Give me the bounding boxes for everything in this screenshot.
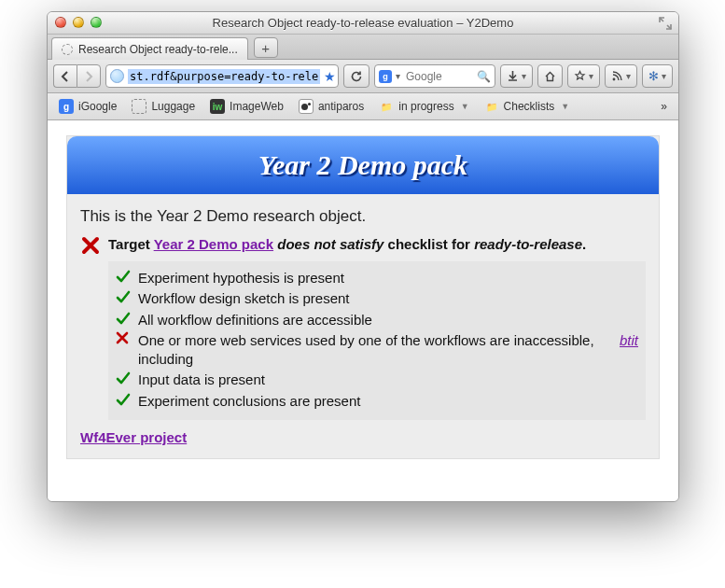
bookmark-igoogle[interactable]: g iGoogle <box>53 97 122 116</box>
forward-button[interactable] <box>77 64 101 88</box>
svg-point-0 <box>613 78 616 81</box>
bookmark-folder-checklists[interactable]: 📁 Checklists ▼ <box>479 97 576 116</box>
ro-description: This is the Year 2 Demo research object. <box>80 207 646 226</box>
bookmark-antiparos[interactable]: antiparos <box>293 97 369 116</box>
check-item: All workflow definitions are accessible <box>116 311 638 329</box>
pass-check-icon <box>116 371 131 385</box>
result-panel: Year 2 Demo pack This is the Year 2 Demo… <box>66 135 660 459</box>
check-text: Workflow design sketch is present <box>138 289 350 308</box>
folder-icon: 📁 <box>379 99 394 114</box>
checklist: Experiment hypothesis is presentWorkflow… <box>108 261 646 420</box>
fail-x-icon <box>80 235 101 256</box>
bookmark-luggage[interactable]: Luggage <box>126 97 201 116</box>
search-engine-dropdown[interactable]: ▾ <box>396 71 400 81</box>
bookmarks-menu-button[interactable]: ▾ <box>567 64 600 88</box>
downloads-button[interactable]: ▾ <box>500 64 533 88</box>
generic-favicon-icon <box>132 99 146 114</box>
antiparos-favicon-icon <box>299 99 314 114</box>
project-link[interactable]: Wf4Ever project <box>80 429 187 445</box>
banner-title: Year 2 Demo pack <box>258 149 467 181</box>
overall-result: Target Year 2 Demo pack does not satisfy… <box>80 235 646 256</box>
window-titlebar: Research Object ready-to-release evaluat… <box>48 12 678 35</box>
search-box[interactable]: g ▾ 🔍 <box>374 64 495 88</box>
check-item: Experiment hypothesis is present <box>116 269 638 287</box>
banner: Year 2 Demo pack <box>67 136 659 194</box>
check-text: Input data is present <box>138 371 265 389</box>
loading-spinner-icon <box>62 44 73 55</box>
check-item: Workflow design sketch is present <box>116 289 638 308</box>
check-text: One or more web services used by one of … <box>138 331 612 370</box>
site-identity-icon[interactable] <box>110 69 124 83</box>
check-item: One or more web services used by one of … <box>116 331 638 370</box>
active-tab[interactable]: Research Object ready-to-rele... <box>51 37 248 60</box>
pass-check-icon <box>116 269 131 284</box>
check-text: Experiment hypothesis is present <box>138 269 344 287</box>
back-button[interactable] <box>53 64 77 88</box>
url-field[interactable]: st.rdf&purpose=ready-to-rele ★ ▾ <box>105 64 339 88</box>
pass-check-icon <box>116 311 131 326</box>
plus-icon: + <box>261 40 270 56</box>
minimize-window-button[interactable] <box>73 17 84 28</box>
url-text: st.rdf&purpose=ready-to-rele <box>128 69 320 84</box>
google-favicon-icon: g <box>59 99 74 114</box>
search-input[interactable] <box>404 69 473 84</box>
chevron-down-icon: ▼ <box>561 102 569 111</box>
extensions-button[interactable]: ✻ ▾ <box>642 64 673 88</box>
check-text: Experiment conclusions are present <box>138 392 360 411</box>
bookmark-star-icon[interactable]: ★ <box>324 69 336 84</box>
window-title: Research Object ready-to-release evaluat… <box>48 16 678 30</box>
feeds-button[interactable]: ▾ <box>605 64 637 88</box>
check-detail-link[interactable]: btit <box>620 331 638 350</box>
bookmarks-overflow-button[interactable]: » <box>655 98 673 115</box>
overflow-icon: » <box>661 100 667 113</box>
tab-strip: Research Object ready-to-rele... + <box>48 35 678 60</box>
zoom-window-button[interactable] <box>91 17 102 28</box>
browser-window: Research Object ready-to-release evaluat… <box>47 11 679 502</box>
check-item: Input data is present <box>116 371 638 389</box>
fail-x-icon <box>116 331 131 344</box>
folder-icon: 📁 <box>484 99 499 114</box>
reload-button[interactable] <box>343 64 369 88</box>
search-submit-icon[interactable]: 🔍 <box>477 70 491 83</box>
fullscreen-button[interactable] <box>659 17 672 30</box>
bookmark-folder-in-progress[interactable]: 📁 in progress ▼ <box>373 97 474 116</box>
search-engine-icon[interactable]: g <box>379 70 392 83</box>
pass-check-icon <box>116 392 131 407</box>
check-text: All workflow definitions are accessible <box>138 311 372 329</box>
bookmarks-bar: g iGoogle Luggage iw ImageWeb antiparos … <box>48 93 678 120</box>
home-button[interactable] <box>537 64 563 88</box>
tab-title: Research Object ready-to-rele... <box>78 43 238 56</box>
close-window-button[interactable] <box>55 17 66 28</box>
bookmark-imageweb[interactable]: iw ImageWeb <box>204 97 289 116</box>
target-ro-link[interactable]: Year 2 Demo pack <box>154 236 273 252</box>
new-tab-button[interactable]: + <box>254 37 278 58</box>
check-item: Experiment conclusions are present <box>116 392 638 411</box>
page-viewport[interactable]: Year 2 Demo pack This is the Year 2 Demo… <box>48 120 678 501</box>
pass-check-icon <box>116 289 131 304</box>
imageweb-favicon-icon: iw <box>210 99 225 114</box>
navigation-toolbar: st.rdf&purpose=ready-to-rele ★ ▾ g ▾ 🔍 ▾… <box>48 60 678 93</box>
chevron-down-icon: ▼ <box>461 102 469 111</box>
snowflake-icon: ✻ <box>648 69 659 83</box>
